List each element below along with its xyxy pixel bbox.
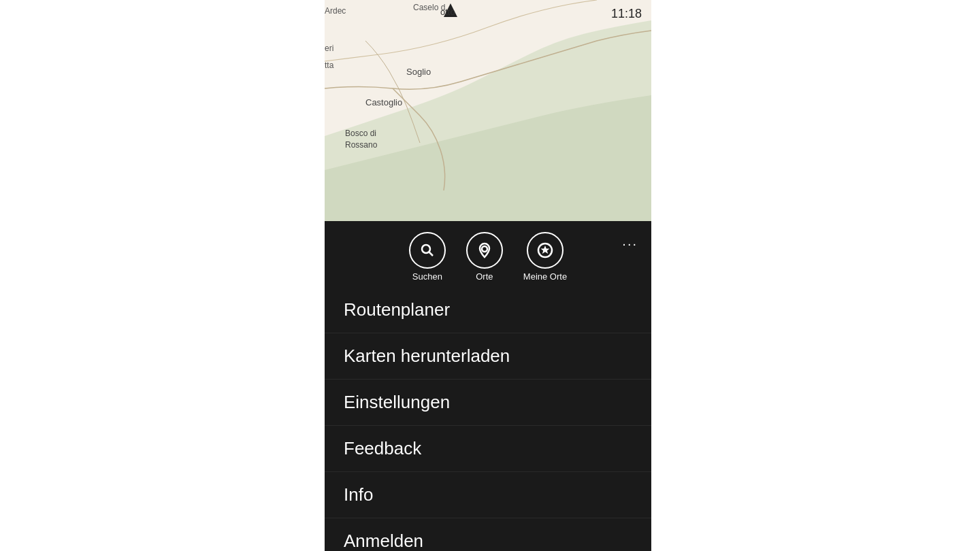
bottom-panel: Suchen Orte Meine Orte ··· Routenp [325,221,651,551]
nav-item-search[interactable]: Suchen [409,232,446,282]
menu-item-routenplaner[interactable]: Routenplaner [325,287,651,333]
svg-text:Caselo d.: Caselo d. [413,3,448,12]
menu-item-anmelden[interactable]: Anmelden [325,518,651,551]
nav-label-orte: Orte [476,271,493,282]
svg-text:Castoglio: Castoglio [365,97,402,107]
more-button[interactable]: ··· [622,236,638,252]
location-icon [476,242,493,258]
svg-line-12 [429,252,433,256]
nav-label-meine-orte: Meine Orte [523,271,567,282]
nav-bar: Suchen Orte Meine Orte ··· [325,221,651,287]
map-area: otto eri tta Soglio Castoglio Bosco di R… [325,0,651,221]
star-icon-circle [527,232,564,269]
svg-point-13 [482,246,487,252]
search-icon [419,242,436,258]
nav-item-orte[interactable]: Orte [466,232,503,282]
menu-list: Routenplaner Karten herunterladen Einste… [325,287,651,551]
star-icon [537,242,553,258]
nav-label-search: Suchen [412,271,442,282]
svg-point-11 [422,245,430,253]
svg-text:tta: tta [325,61,334,70]
map-time: 11:18 [611,7,642,21]
svg-text:Rossano: Rossano [345,140,378,150]
menu-item-info[interactable]: Info [325,472,651,518]
nav-item-meine-orte[interactable]: Meine Orte [523,232,567,282]
menu-item-einstellungen[interactable]: Einstellungen [325,380,651,426]
svg-text:Bosco di: Bosco di [345,129,376,138]
svg-text:Soglio: Soglio [406,67,431,77]
svg-text:eri: eri [325,44,333,53]
menu-item-karten-herunterladen[interactable]: Karten herunterladen [325,333,651,380]
search-icon-circle [409,232,446,269]
menu-item-feedback[interactable]: Feedback [325,426,651,472]
svg-text:Ardec: Ardec [325,6,346,16]
svg-marker-15 [541,246,550,254]
location-icon-circle [466,232,503,269]
